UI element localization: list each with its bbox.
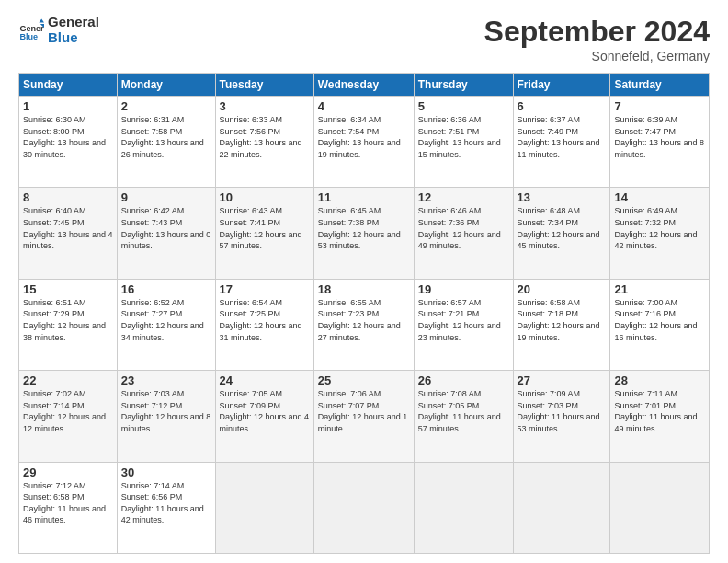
calendar-cell: 7Sunrise: 6:39 AMSunset: 7:47 PMDaylight… [610, 97, 710, 188]
day-info: Sunrise: 7:08 AMSunset: 7:05 PMDaylight:… [418, 389, 501, 433]
day-number: 27 [518, 373, 607, 387]
day-info: Sunrise: 6:51 AMSunset: 7:29 PMDaylight:… [23, 298, 106, 342]
calendar-cell: 16Sunrise: 6:52 AMSunset: 7:27 PMDayligh… [117, 279, 215, 370]
day-number: 17 [220, 282, 310, 296]
day-number: 10 [220, 190, 310, 204]
day-number: 11 [318, 190, 410, 204]
day-info: Sunrise: 6:43 AMSunset: 7:41 PMDaylight:… [220, 206, 302, 250]
svg-text:Blue: Blue [19, 31, 38, 40]
day-info: Sunrise: 7:09 AMSunset: 7:03 PMDaylight:… [518, 389, 600, 433]
day-number: 18 [318, 282, 410, 296]
col-saturday: Saturday [610, 74, 710, 97]
calendar-cell: 4Sunrise: 6:34 AMSunset: 7:54 PMDaylight… [313, 97, 414, 188]
day-number: 4 [318, 99, 410, 113]
logo: General Blue General Blue [18, 15, 99, 45]
day-info: Sunrise: 6:49 AMSunset: 7:32 PMDaylight:… [614, 206, 697, 250]
day-info: Sunrise: 6:54 AMSunset: 7:25 PMDaylight:… [220, 298, 302, 342]
day-number: 19 [418, 282, 509, 296]
day-number: 3 [220, 99, 310, 113]
day-info: Sunrise: 6:30 AMSunset: 8:00 PMDaylight:… [23, 115, 106, 159]
calendar-cell: 13Sunrise: 6:48 AMSunset: 7:34 PMDayligh… [513, 188, 610, 279]
day-info: Sunrise: 6:40 AMSunset: 7:45 PMDaylight:… [23, 206, 113, 250]
calendar-cell: 24Sunrise: 7:05 AMSunset: 7:09 PMDayligh… [215, 371, 313, 462]
calendar-cell: 21Sunrise: 7:00 AMSunset: 7:16 PMDayligh… [610, 279, 710, 370]
day-number: 21 [614, 282, 705, 296]
calendar-cell: 14Sunrise: 6:49 AMSunset: 7:32 PMDayligh… [610, 188, 710, 279]
svg-marker-2 [39, 18, 44, 22]
calendar-cell: 22Sunrise: 7:02 AMSunset: 7:14 PMDayligh… [19, 371, 118, 462]
day-number: 23 [121, 373, 211, 387]
calendar-cell: 5Sunrise: 6:36 AMSunset: 7:51 PMDaylight… [414, 97, 513, 188]
calendar-cell: 30Sunrise: 7:14 AMSunset: 6:56 PMDayligh… [117, 462, 215, 553]
calendar-cell: 2Sunrise: 6:31 AMSunset: 7:58 PMDaylight… [117, 97, 215, 188]
day-info: Sunrise: 7:11 AMSunset: 7:01 PMDaylight:… [614, 389, 697, 433]
day-info: Sunrise: 6:52 AMSunset: 7:27 PMDaylight:… [121, 298, 204, 342]
day-number: 14 [614, 190, 705, 204]
calendar-cell [313, 462, 414, 553]
day-info: Sunrise: 7:14 AMSunset: 6:56 PMDaylight:… [121, 481, 204, 525]
day-info: Sunrise: 6:46 AMSunset: 7:36 PMDaylight:… [418, 206, 501, 250]
day-info: Sunrise: 6:55 AMSunset: 7:23 PMDaylight:… [318, 298, 401, 342]
day-number: 12 [418, 190, 509, 204]
title-block: September 2024 Sonnefeld, Germany [484, 15, 710, 63]
calendar-cell [414, 462, 513, 553]
day-number: 9 [121, 190, 211, 204]
calendar-cell: 28Sunrise: 7:11 AMSunset: 7:01 PMDayligh… [610, 371, 710, 462]
day-number: 8 [23, 190, 113, 204]
day-info: Sunrise: 6:37 AMSunset: 7:49 PMDaylight:… [518, 115, 600, 159]
calendar-cell: 3Sunrise: 6:33 AMSunset: 7:56 PMDaylight… [215, 97, 313, 188]
day-info: Sunrise: 7:05 AMSunset: 7:09 PMDaylight:… [220, 389, 310, 433]
col-friday: Friday [513, 74, 610, 97]
day-info: Sunrise: 7:00 AMSunset: 7:16 PMDaylight:… [614, 298, 697, 342]
calendar-table: Sunday Monday Tuesday Wednesday Thursday… [18, 73, 710, 554]
calendar-cell: 10Sunrise: 6:43 AMSunset: 7:41 PMDayligh… [215, 188, 313, 279]
day-number: 25 [318, 373, 410, 387]
day-number: 20 [518, 282, 607, 296]
calendar-cell: 11Sunrise: 6:45 AMSunset: 7:38 PMDayligh… [313, 188, 414, 279]
day-number: 1 [23, 99, 113, 113]
day-info: Sunrise: 6:57 AMSunset: 7:21 PMDaylight:… [418, 298, 501, 342]
day-number: 6 [518, 99, 607, 113]
logo-text-line2: Blue [48, 30, 99, 46]
logo-icon: General Blue [18, 17, 44, 43]
col-wednesday: Wednesday [313, 74, 414, 97]
calendar-cell: 9Sunrise: 6:42 AMSunset: 7:43 PMDaylight… [117, 188, 215, 279]
calendar-cell: 23Sunrise: 7:03 AMSunset: 7:12 PMDayligh… [117, 371, 215, 462]
calendar-cell: 20Sunrise: 6:58 AMSunset: 7:18 PMDayligh… [513, 279, 610, 370]
day-number: 7 [614, 99, 705, 113]
day-info: Sunrise: 7:06 AMSunset: 7:07 PMDaylight:… [318, 389, 408, 433]
calendar-cell: 6Sunrise: 6:37 AMSunset: 7:49 PMDaylight… [513, 97, 610, 188]
day-number: 22 [23, 373, 113, 387]
calendar-cell: 26Sunrise: 7:08 AMSunset: 7:05 PMDayligh… [414, 371, 513, 462]
calendar-cell [610, 462, 710, 553]
day-info: Sunrise: 6:36 AMSunset: 7:51 PMDaylight:… [418, 115, 501, 159]
day-number: 24 [220, 373, 310, 387]
page: General Blue General Blue September 2024… [0, 0, 728, 563]
day-number: 13 [518, 190, 607, 204]
day-info: Sunrise: 6:45 AMSunset: 7:38 PMDaylight:… [318, 206, 401, 250]
day-number: 29 [23, 465, 113, 479]
col-sunday: Sunday [19, 74, 118, 97]
calendar-cell: 15Sunrise: 6:51 AMSunset: 7:29 PMDayligh… [19, 279, 118, 370]
day-number: 15 [23, 282, 113, 296]
calendar-cell [513, 462, 610, 553]
day-info: Sunrise: 6:34 AMSunset: 7:54 PMDaylight:… [318, 115, 401, 159]
calendar-cell [215, 462, 313, 553]
day-info: Sunrise: 6:33 AMSunset: 7:56 PMDaylight:… [220, 115, 302, 159]
day-info: Sunrise: 7:02 AMSunset: 7:14 PMDaylight:… [23, 389, 106, 433]
calendar-cell: 29Sunrise: 7:12 AMSunset: 6:58 PMDayligh… [19, 462, 118, 553]
col-monday: Monday [117, 74, 215, 97]
calendar-cell: 27Sunrise: 7:09 AMSunset: 7:03 PMDayligh… [513, 371, 610, 462]
day-number: 26 [418, 373, 509, 387]
calendar-cell: 1Sunrise: 6:30 AMSunset: 8:00 PMDaylight… [19, 97, 118, 188]
calendar-cell: 25Sunrise: 7:06 AMSunset: 7:07 PMDayligh… [313, 371, 414, 462]
day-info: Sunrise: 7:03 AMSunset: 7:12 PMDaylight:… [121, 389, 211, 433]
logo-text-line1: General [48, 15, 99, 30]
day-number: 5 [418, 99, 509, 113]
day-number: 2 [121, 99, 211, 113]
calendar-cell: 17Sunrise: 6:54 AMSunset: 7:25 PMDayligh… [215, 279, 313, 370]
calendar-cell: 12Sunrise: 6:46 AMSunset: 7:36 PMDayligh… [414, 188, 513, 279]
calendar-cell: 19Sunrise: 6:57 AMSunset: 7:21 PMDayligh… [414, 279, 513, 370]
col-tuesday: Tuesday [215, 74, 313, 97]
calendar-cell: 8Sunrise: 6:40 AMSunset: 7:45 PMDaylight… [19, 188, 118, 279]
